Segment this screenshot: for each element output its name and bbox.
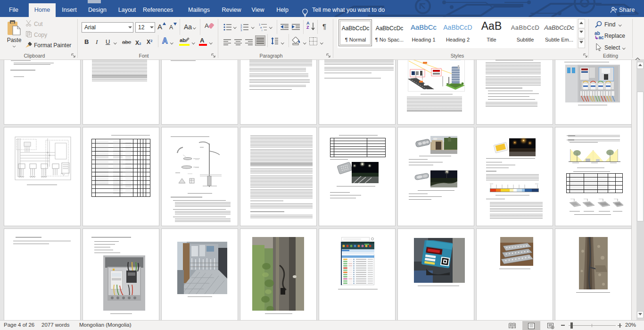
- svg-text:2000K: 2000K: [490, 183, 494, 185]
- svg-text:3: 3: [240, 29, 242, 31]
- svg-text:i: i: [262, 29, 262, 31]
- svg-text:8000K: 8000K: [535, 183, 539, 185]
